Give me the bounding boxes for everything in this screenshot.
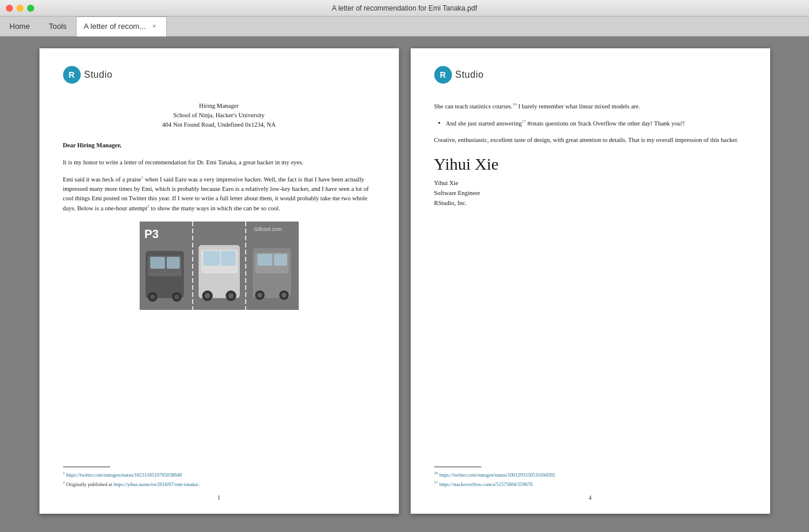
para-creative: Creative, enthusiastic, excellent taste … — [434, 136, 747, 145]
svg-point-9 — [150, 295, 155, 299]
window-controls — [6, 5, 34, 12]
bullet-item-1: And she just started answering17 #rstats… — [446, 118, 747, 128]
svg-point-25 — [257, 293, 262, 298]
car-image-container: P3 Gifcool.com — [63, 222, 375, 310]
active-tab-label: A letter of recom... — [84, 22, 146, 31]
letter-body-p1: Dear Hiring Manager, It is my honor to w… — [63, 141, 375, 310]
tab-bar: Home Tools A letter of recom... × — [0, 16, 809, 37]
page-number-1: 1 — [217, 493, 220, 502]
footnote2-link[interactable]: https://yihui.name/en/2018/07/emi-tanaka… — [114, 481, 200, 487]
para1: It is my honor to write a letter of reco… — [63, 158, 375, 167]
svg-text:P3: P3 — [144, 227, 159, 240]
para-stat-before-sup: She can teach statistics courses. — [434, 103, 513, 110]
svg-point-27 — [282, 293, 286, 298]
footnote16-link[interactable]: https://twitter.com/statsgen/status/1001… — [440, 471, 556, 477]
footnote-divider-p4 — [434, 467, 481, 467]
svg-rect-15 — [221, 251, 236, 266]
footnote-16: 16 https://twitter.com/statsgen/status/1… — [434, 471, 747, 479]
rstudio-name-p4: Studio — [455, 68, 484, 82]
tab-close-button[interactable]: × — [150, 22, 159, 31]
tab-navigation: Home Tools A letter of recom... × — [0, 16, 167, 36]
parking-lot-image: P3 Gifcool.com — [140, 222, 299, 310]
para2: Emi said it was heck of a praise1 when I… — [63, 174, 375, 213]
footnote-2: 2 Originally published at https://yihui.… — [63, 480, 375, 488]
para-statistics: She can teach statistics courses.16 I ba… — [434, 101, 747, 111]
signer-info: Yihui Xie Software Engineer RStudio, Inc… — [434, 179, 747, 208]
tools-tab[interactable]: Tools — [39, 16, 76, 37]
signer-name: Yihui Xie — [434, 179, 747, 189]
page-number-4: 4 — [589, 493, 592, 502]
address-block: Hiring Manager School of Ninja, Hacker's… — [63, 101, 375, 129]
pdf-page-1: R Studio Hiring Manager School of Ninja,… — [39, 48, 399, 514]
pdf-page-4: R Studio She can teach statistics course… — [411, 48, 770, 514]
footnote-17: 17 https://stackoverflow.com/a/51575804/… — [434, 480, 747, 488]
address-line2: School of Ninja, Hacker's University — [63, 111, 375, 120]
svg-rect-14 — [203, 251, 220, 266]
letter-body-p4: She can teach statistics courses.16 I ba… — [434, 101, 747, 209]
r-circle-p4: R — [434, 66, 452, 84]
svg-text:Gifcool.com: Gifcool.com — [254, 226, 282, 232]
svg-point-19 — [228, 293, 233, 298]
address-line3: 404 Not Found Road, Undefined 0x1234, NA — [63, 120, 375, 130]
close-window-button[interactable] — [6, 5, 13, 12]
title-bar: A letter of recommendation for Emi Tanak… — [0, 0, 809, 16]
rstudio-logo-p1: R Studio — [63, 66, 375, 84]
pdf-viewer[interactable]: R Studio Hiring Manager School of Ninja,… — [0, 37, 809, 532]
svg-rect-6 — [150, 257, 165, 269]
para2-end: to show the many ways in which she can b… — [149, 205, 280, 212]
svg-point-17 — [204, 293, 210, 298]
footnote-area-p1: 1 https://twitter.com/statsgen/status/10… — [63, 467, 375, 490]
bullet1-after: #rstats questions on Stack Overflow the … — [526, 120, 685, 126]
rstudio-logo-p4: R Studio — [434, 66, 747, 84]
signer-title: Software Engineer — [434, 189, 747, 199]
footnote1-link[interactable]: https://twitter.com/statsgen/status/1023… — [66, 471, 181, 477]
svg-rect-23 — [274, 254, 287, 266]
address-line1: Hiring Manager — [63, 101, 375, 111]
signature-text: Yihui Xie — [434, 154, 747, 174]
r-circle-p1: R — [63, 66, 81, 84]
footnote2-text: Originally published at — [66, 481, 114, 487]
signer-company: RStudio, Inc. — [434, 199, 747, 209]
svg-rect-7 — [167, 257, 180, 269]
footnote-area-p4: 16 https://twitter.com/statsgen/status/1… — [434, 467, 747, 490]
home-tab[interactable]: Home — [0, 16, 39, 37]
svg-point-11 — [174, 295, 179, 299]
active-tab[interactable]: A letter of recom... × — [76, 16, 167, 37]
footnote-ref-16: 16 — [513, 102, 517, 107]
svg-rect-22 — [257, 254, 272, 266]
window-title: A letter of recommendation for Emi Tanak… — [332, 4, 477, 12]
footnote-1: 1 https://twitter.com/statsgen/status/10… — [63, 471, 375, 479]
pages-container: R Studio Hiring Manager School of Ninja,… — [39, 48, 770, 520]
greeting: Dear Hiring Manager, — [63, 141, 375, 150]
para-stat-after: I barely remember what linear mixed mode… — [517, 103, 640, 110]
signature-area: Yihui Xie — [434, 154, 747, 174]
footnote17-link[interactable]: https://stackoverflow.com/a/51575804/559… — [440, 481, 533, 487]
para2-before-sup: Emi said it was heck of a praise — [63, 176, 141, 182]
maximize-window-button[interactable] — [27, 5, 34, 12]
minimize-window-button[interactable] — [16, 5, 24, 12]
bullet-list: And she just started answering17 #rstats… — [446, 118, 747, 128]
rstudio-name-p1: Studio — [84, 68, 113, 82]
footnote-divider — [63, 467, 110, 467]
bullet1-before-sup: And she just started answering — [446, 120, 522, 126]
